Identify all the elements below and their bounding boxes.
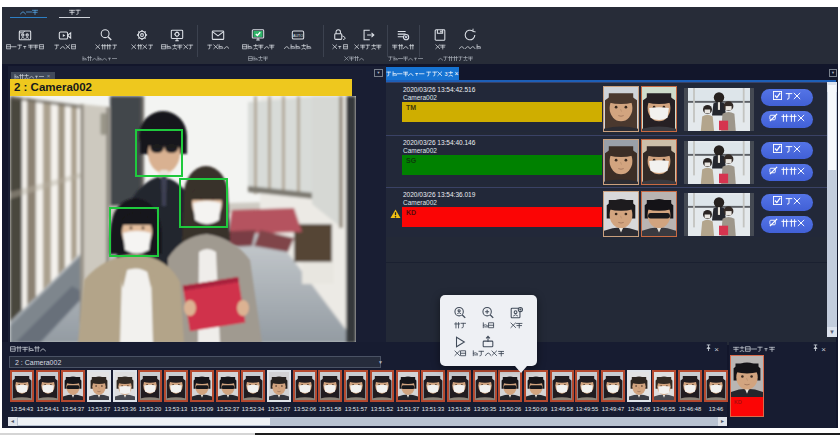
- svg-text:AUTO: AUTO: [293, 34, 303, 38]
